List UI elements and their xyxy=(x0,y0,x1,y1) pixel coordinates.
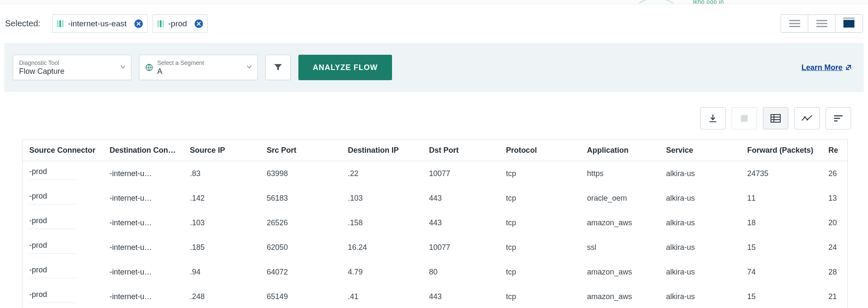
diagnostic-tool-select[interactable]: Diagnostic Tool Flow Capture xyxy=(13,55,131,80)
cell-protocol: tcp xyxy=(499,186,580,210)
col-service[interactable]: Service xyxy=(659,140,740,161)
col-source-connector[interactable]: Source Connector xyxy=(22,140,103,161)
col-forward-packets[interactable]: Forward (Packets) xyxy=(740,140,821,161)
cell-forward: 18 xyxy=(740,210,821,235)
sort-icon xyxy=(833,115,843,122)
cell-source-connector: -prod xyxy=(22,284,103,308)
svg-point-2 xyxy=(804,116,806,118)
remove-chip-icon[interactable] xyxy=(195,20,203,28)
download-button[interactable] xyxy=(700,107,726,129)
cell-src-port: 26526 xyxy=(260,210,341,235)
segment-select[interactable]: Select a Segment A xyxy=(139,55,258,80)
cell-source-ip: .94 xyxy=(183,260,260,284)
cell-application: amazon_aws xyxy=(580,284,659,308)
cell-forward: 11 xyxy=(740,186,821,210)
flow-table: Source Connector Destination Connec Sour… xyxy=(22,140,847,308)
cell-dest-ip: 16.24 xyxy=(341,235,422,260)
cell-protocol: tcp xyxy=(499,235,580,260)
selected-label: Selected: xyxy=(5,19,40,28)
chip-label: -prod xyxy=(168,19,187,28)
view-list-normal[interactable] xyxy=(808,15,835,32)
table-row[interactable]: -prod-internet-u….8363998.2210077tcphttp… xyxy=(22,161,847,186)
chevron-down-icon xyxy=(120,63,126,72)
chip-label: -internet-us-east xyxy=(68,19,126,28)
table-row[interactable]: -prod-internet-u….1856205016.2410077tcps… xyxy=(22,235,847,260)
cell-dst-port: 10077 xyxy=(422,235,499,260)
filter-panel: Diagnostic Tool Flow Capture Select a Se… xyxy=(4,43,864,92)
stop-button xyxy=(732,107,757,129)
cell-re: 26 xyxy=(821,161,847,186)
cell-re: 20 xyxy=(821,210,847,235)
filter-button[interactable] xyxy=(265,55,291,80)
remove-chip-icon[interactable] xyxy=(134,20,143,28)
table-row[interactable]: -prod-internet-u….10326526.158443tcpamaz… xyxy=(22,210,847,235)
chip-internet-us-east[interactable]: -internet-us-east xyxy=(52,14,147,33)
table-view-button[interactable] xyxy=(763,107,788,129)
view-card[interactable] xyxy=(835,15,862,32)
col-protocol[interactable]: Protocol xyxy=(499,140,580,161)
cell-dest-ip: .158 xyxy=(341,210,422,235)
cell-forward: 74 xyxy=(740,260,821,284)
cell-dst-port: 443 xyxy=(422,284,499,308)
cell-service: alkira-us xyxy=(659,235,740,260)
cell-src-port: 63998 xyxy=(260,161,341,186)
cell-protocol: tcp xyxy=(499,284,580,308)
cell-protocol: tcp xyxy=(499,210,580,235)
cell-re: 28 xyxy=(821,260,847,284)
col-source-ip[interactable]: Source IP xyxy=(183,140,260,161)
list-lines-icon xyxy=(816,20,827,27)
chart-view-button[interactable] xyxy=(794,107,820,129)
chevron-down-icon xyxy=(246,63,252,72)
table-row[interactable]: -prod-internet-u….14256183.103443tcporac… xyxy=(22,186,847,210)
flow-table-wrap: Source Connector Destination Connec Sour… xyxy=(22,140,848,308)
cell-re: 21 xyxy=(821,284,847,308)
cell-forward: 24735 xyxy=(740,161,821,186)
cell-forward: 15 xyxy=(740,235,821,260)
cell-src-port: 56183 xyxy=(260,186,341,210)
cell-protocol: tcp xyxy=(499,161,580,186)
table-header-row: Source Connector Destination Connec Sour… xyxy=(22,140,847,161)
table-icon xyxy=(771,114,781,123)
cell-source-connector: -prod xyxy=(22,210,103,235)
col-application[interactable]: Application xyxy=(580,140,659,161)
cell-service: alkira-us xyxy=(659,260,740,284)
cell-source-ip: .103 xyxy=(183,210,260,235)
learn-more-link[interactable]: Learn More xyxy=(801,63,852,72)
cell-dest-ip: 4.79 xyxy=(341,260,422,284)
table-row[interactable]: -prod-internet-u….94640724.7980tcpamazon… xyxy=(22,260,847,284)
cell-application: amazon_aws xyxy=(580,210,659,235)
col-src-port[interactable]: Src Port xyxy=(260,140,341,161)
view-list-compact[interactable] xyxy=(781,15,808,32)
cell-dst-port: 10077 xyxy=(422,161,499,186)
col-dest-connector[interactable]: Destination Connec xyxy=(103,140,183,161)
chip-prod[interactable]: -prod xyxy=(153,14,208,33)
cell-dest-connector: -internet-u… xyxy=(103,284,183,308)
connector-icon xyxy=(157,20,164,27)
diagnostic-tool-value: Flow Capture xyxy=(19,67,64,76)
cell-dest-connector: -internet-u… xyxy=(103,161,183,186)
decorative-swoosh xyxy=(639,0,673,4)
table-body: -prod-internet-u….8363998.2210077tcphttp… xyxy=(22,161,847,308)
cell-source-connector: -prod xyxy=(22,186,103,210)
globe-icon xyxy=(145,64,153,71)
segment-value: A xyxy=(157,67,204,76)
cell-service: alkira-us xyxy=(659,210,740,235)
cell-dst-port: 443 xyxy=(422,210,499,235)
col-dest-ip[interactable]: Destination IP xyxy=(341,140,422,161)
external-link-icon xyxy=(845,64,852,71)
top-divider: lkho ooo in xyxy=(0,0,868,4)
cell-dest-connector: -internet-u… xyxy=(103,235,183,260)
sort-button[interactable] xyxy=(826,107,851,129)
results-card: Source Connector Destination Connec Sour… xyxy=(13,98,855,308)
view-toggle xyxy=(781,14,863,33)
cell-src-port: 65149 xyxy=(260,284,341,308)
analyze-flow-button[interactable]: ANALYZE FLOW xyxy=(298,55,392,80)
cell-dst-port: 80 xyxy=(422,260,499,284)
svg-rect-1 xyxy=(771,115,780,122)
timeline-icon xyxy=(801,115,812,122)
cell-protocol: tcp xyxy=(499,260,580,284)
cell-dest-connector: -internet-u… xyxy=(103,260,183,284)
col-dst-port[interactable]: Dst Port xyxy=(422,140,499,161)
table-row[interactable]: -prod-internet-u….24865149.41443tcpamazo… xyxy=(22,284,847,308)
col-re[interactable]: Re xyxy=(821,140,847,161)
